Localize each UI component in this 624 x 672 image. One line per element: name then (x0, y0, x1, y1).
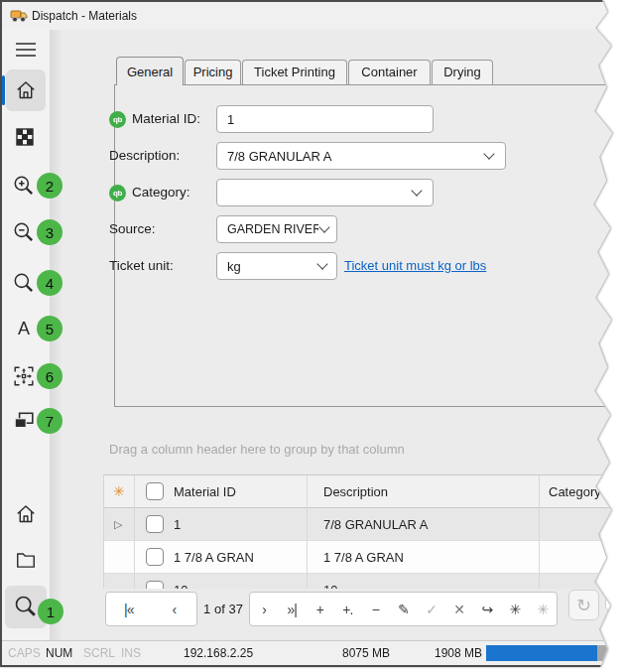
grid-row-1[interactable]: ▷ 1 7/8 GRANULAR A (104, 508, 620, 541)
description-combo[interactable]: 7/8 GRANULAR A (216, 142, 506, 170)
step-badge-6: 6 (37, 363, 62, 389)
refresh-button[interactable]: ↻ (568, 590, 599, 620)
nav-bookmark-button[interactable]: ✳ (501, 593, 529, 625)
tab-ticket-printing[interactable]: Ticket Printing (242, 60, 347, 84)
sidebar-home-bottom-button[interactable] (14, 502, 38, 526)
grid-column-separator (134, 475, 135, 589)
record-position-label: 1 of 37 (198, 592, 248, 626)
folder-icon (15, 549, 37, 571)
tab-general[interactable]: General (116, 57, 184, 85)
hamburger-icon (15, 42, 37, 58)
fit-to-screen-icon (13, 365, 35, 387)
app-window: Dispatch - Materials 2 (0, 0, 624, 667)
statusbar: CAPS NUM SCRL INS 192.168.2.25 8075 MB 1… (2, 640, 624, 665)
column-header-description[interactable]: Description (323, 475, 388, 508)
progress-thumb (597, 645, 615, 661)
navigator-group-right: › »| + +. − ✎ ✓ ✕ ↪ ✳ ✳ (249, 592, 558, 626)
source-label: Source: (109, 215, 156, 243)
grid-row-2[interactable]: 1 7/8 A GRAN 1 7/8 A GRAN (104, 541, 620, 574)
memory-total: 8075 MB (342, 641, 390, 666)
source-value: GARDEN RIVER (227, 222, 318, 236)
home-icon (15, 503, 37, 525)
nav-next-button[interactable]: › (250, 593, 278, 625)
sidebar-projects-button[interactable] (14, 548, 38, 572)
quickbooks-icon: qb (109, 185, 126, 202)
nav-delete-button[interactable]: − (361, 593, 389, 625)
grid-row-3[interactable]: 10 10 (104, 574, 620, 589)
cell-material-id: 10 (174, 574, 187, 589)
titlebar: Dispatch - Materials (2, 2, 624, 30)
scrl-indicator: SCRL (83, 641, 115, 666)
description-value: 7/8 GRANULAR A (227, 149, 477, 164)
nav-edit-button[interactable]: ✎ (389, 593, 417, 625)
nav-prev-button[interactable]: ‹ (152, 593, 197, 625)
sidebar-tiles-button[interactable] (14, 126, 36, 148)
group-by-hint: Drag a column header here to group by th… (109, 442, 405, 457)
step-badge-5: 5 (37, 316, 62, 341)
step-badge-4: 4 (37, 270, 62, 296)
window-title: Dispatch - Materials (32, 2, 137, 30)
nav-append-sub-button[interactable]: +. (333, 593, 361, 625)
customize-grid-icon[interactable]: ✳ (113, 475, 125, 508)
tab-container[interactable]: Container (348, 60, 431, 84)
memory-used: 1908 MB (435, 641, 482, 666)
nav-refresh-record-button[interactable]: ↪ (473, 593, 501, 625)
row-expander-icon[interactable]: ▷ (114, 508, 122, 541)
materials-grid: ✳ Material ID Description Category ▷ 1 7… (103, 474, 620, 589)
sidebar-search-button[interactable] (13, 594, 39, 619)
step-badge-2: 2 (37, 173, 62, 199)
sidebar-windows-button[interactable] (12, 409, 36, 433)
cell-description: 10 (323, 574, 337, 589)
chevron-down-icon (318, 221, 329, 232)
row-checkbox[interactable] (146, 581, 164, 589)
grid-column-separator (307, 475, 308, 589)
windows-icon (13, 410, 35, 432)
customize-grid-button[interactable] (605, 583, 624, 611)
grid-header-row: ✳ Material ID Description Category (104, 475, 620, 508)
refresh-icon: ↻ (576, 595, 591, 616)
tab-drying[interactable]: Drying (432, 60, 493, 84)
sidebar-zoom-out-button[interactable] (12, 220, 36, 244)
cell-description: 7/8 GRANULAR A (323, 508, 429, 541)
sidebar-find-button[interactable] (12, 271, 36, 295)
zoom-in-icon (12, 174, 36, 198)
row-checkbox[interactable] (146, 515, 164, 533)
cell-material-id: 1 7/8 A GRAN (174, 541, 254, 574)
source-combo[interactable]: GARDEN RIVER (216, 215, 337, 243)
nav-locate-button[interactable]: ✳ (529, 593, 557, 625)
nav-last-button[interactable]: »| (278, 593, 306, 625)
chevron-down-icon (411, 185, 422, 196)
sidebar-home-button[interactable] (14, 78, 38, 102)
sidebar-zoom-in-button[interactable] (12, 174, 36, 198)
tab-pricing[interactable]: Pricing (185, 60, 241, 84)
select-all-checkbox[interactable] (146, 482, 164, 500)
category-label: Category: (132, 179, 190, 206)
nav-first-button[interactable]: |« (106, 593, 152, 625)
sidebar-fit-button[interactable] (12, 364, 36, 388)
step-badge-1: 1 (38, 599, 63, 624)
memory-progress-bar (486, 645, 615, 661)
search-icon (12, 271, 36, 295)
column-header-material-id[interactable]: Material ID (174, 475, 236, 508)
ticket-unit-combo[interactable]: kg (216, 252, 337, 280)
row-checkbox[interactable] (146, 548, 164, 566)
category-combo[interactable] (216, 179, 434, 206)
ticket-unit-value: kg (227, 259, 311, 274)
grid-plus-icon (609, 592, 621, 604)
ticket-unit-warning-link[interactable]: Ticket unit must kg or lbs (344, 252, 486, 280)
sidebar-font-button[interactable]: A (12, 317, 36, 340)
quickbooks-icon: qb (109, 111, 126, 128)
nav-append-button[interactable]: + (306, 593, 333, 625)
cell-description: 1 7/8 A GRAN (323, 541, 404, 574)
nav-cancel-button[interactable]: ✕ (445, 593, 473, 625)
column-header-category[interactable]: Category (549, 475, 601, 508)
checkerboard-icon (15, 127, 35, 147)
search-icon (13, 594, 39, 619)
step-badge-3: 3 (37, 219, 62, 245)
material-id-label: Material ID: (132, 105, 200, 133)
chevron-down-icon (316, 258, 327, 269)
sidebar-menu-button[interactable] (13, 40, 39, 60)
caps-indicator: CAPS (8, 641, 41, 666)
nav-post-button[interactable]: ✓ (418, 593, 445, 625)
material-id-input[interactable] (216, 105, 434, 133)
